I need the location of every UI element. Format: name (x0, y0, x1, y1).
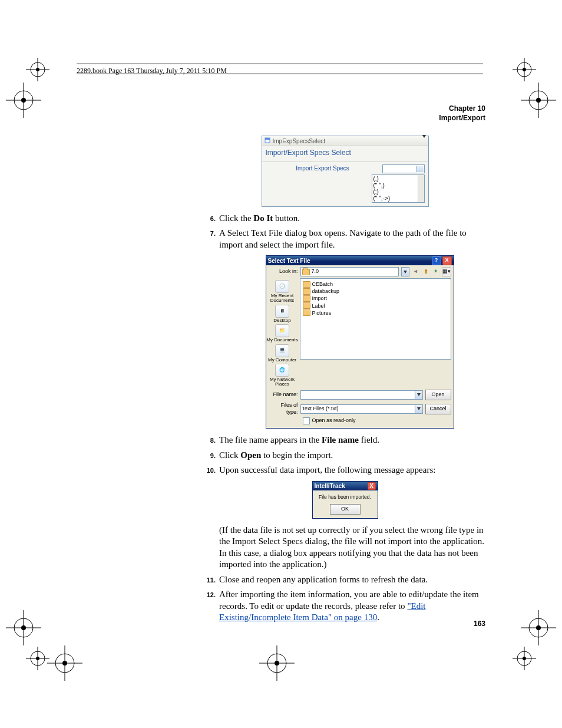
lookin-value: 7.0 (312, 268, 319, 275)
dropdown-icon[interactable] (415, 391, 422, 399)
list-item[interactable]: (;) (373, 189, 423, 195)
crop-mark (6, 610, 41, 645)
svg-point-23 (523, 657, 526, 660)
list-item[interactable]: CEBatch (303, 281, 448, 288)
crop-mark (26, 58, 49, 81)
crop-mark (6, 83, 41, 118)
list-item[interactable]: (" ",->) (373, 195, 423, 202)
files-of-type-select[interactable]: Text Files (*.txt) (300, 404, 423, 414)
step-text: Close and reopen any application forms t… (219, 574, 491, 586)
cancel-button[interactable]: Cancel (425, 404, 451, 414)
specs-label: Import Export Specs (266, 164, 380, 172)
readonly-label: Open as read-only (312, 417, 356, 424)
svg-point-7 (523, 68, 526, 71)
ok-button[interactable]: OK (330, 504, 361, 515)
step-number: 11. (199, 574, 216, 586)
page-content: ImpExpSpecsSelect Import/Export Specs Se… (199, 131, 491, 627)
dialog-titlebar: ImpExpSpecsSelect (262, 136, 428, 146)
success-message: File has been imported. (313, 490, 378, 503)
dialog-titlebar: IntelliTrack X (313, 482, 378, 490)
page-header-text: 2289.book Page 163 Thursday, July 7, 201… (77, 67, 227, 75)
folder-icon (303, 288, 310, 295)
place-network[interactable]: 🌐My Network Places (266, 364, 299, 387)
step-number: 6. (199, 213, 216, 225)
place-computer[interactable]: 💻My Computer (268, 344, 296, 363)
open-button[interactable]: Open (425, 390, 451, 400)
step-number: 10. (199, 465, 216, 476)
import-export-specs-dialog: ImpExpSpecsSelect Import/Export Specs Se… (262, 136, 429, 207)
list-item[interactable]: (,) (373, 176, 423, 182)
step-number: 12. (199, 589, 216, 624)
step-number: 8. (199, 434, 216, 446)
crop-mark (259, 645, 295, 681)
place-desktop[interactable]: 🖥Desktop (273, 305, 290, 323)
dropdown-icon[interactable] (415, 405, 422, 413)
chapter-header: Chapter 10 Import/Export (439, 104, 485, 123)
step-text: Upon successful data import, the followi… (219, 465, 491, 476)
list-item[interactable]: Import (303, 295, 448, 302)
step-text: The file name appears in the File name f… (219, 434, 491, 446)
dialog-title: ImpExpSpecsSelect (273, 137, 326, 145)
close-button[interactable]: X (442, 256, 452, 265)
svg-point-35 (536, 625, 541, 630)
chapter-number: Chapter 10 (439, 104, 485, 114)
folder-icon (303, 295, 310, 302)
dropdown-icon[interactable] (422, 137, 426, 145)
help-button[interactable]: ? (432, 256, 441, 265)
specs-dropdown[interactable] (382, 164, 425, 173)
lookin-field[interactable]: 7.0 (300, 267, 399, 276)
crop-mark (521, 83, 556, 118)
chapter-title: Import/Export (439, 114, 485, 123)
svg-point-39 (275, 661, 279, 666)
scrollbar[interactable] (418, 175, 424, 202)
step-text: Click the Do It button. (219, 213, 491, 225)
place-documents[interactable]: 📁My Documents (266, 324, 297, 342)
places-bar: 🕘My Recent Documents 🖥Desktop 📁My Docume… (266, 278, 299, 387)
lookin-label: Look in: (269, 268, 298, 275)
step-text: Click Open to begin the import. (219, 450, 491, 462)
place-recent[interactable]: 🕘My Recent Documents (266, 280, 299, 304)
list-item[interactable]: Label (303, 302, 448, 309)
file-name-input[interactable] (300, 390, 423, 400)
crop-mark (521, 610, 556, 645)
dialog-subheader: Import/Export Specs Select (262, 146, 428, 162)
files-of-type-label: Files of type: (269, 402, 298, 416)
step-text: After importing the item information, yo… (219, 589, 491, 624)
up-one-level-icon[interactable]: ⬆ (422, 268, 430, 276)
step-number: 7. (199, 228, 216, 251)
back-icon[interactable]: ◄ (412, 268, 420, 276)
readonly-checkbox[interactable] (303, 417, 310, 424)
list-item[interactable]: (" ",) (373, 182, 423, 189)
folder-open-icon (302, 269, 310, 275)
svg-point-27 (62, 661, 67, 666)
crop-mark (26, 647, 49, 670)
dialog-title: IntelliTrack (315, 482, 345, 490)
select-text-file-dialog: Select Text File ? X Look in: 7.0 ◄ ⬆ ✦ … (266, 255, 454, 429)
crop-mark (513, 58, 536, 81)
folder-icon (303, 281, 310, 288)
specs-listbox[interactable]: (,) (" ",) (;) (" ",->) (372, 174, 425, 203)
views-icon[interactable]: ▦▾ (442, 267, 451, 276)
folder-icon (303, 302, 310, 309)
svg-point-19 (36, 657, 39, 660)
file-list[interactable]: CEBatch databackup Import Label Pictures (300, 278, 451, 360)
svg-point-31 (21, 625, 26, 630)
create-folder-icon[interactable]: ✦ (432, 268, 440, 276)
page-header: 2289.book Page 163 Thursday, July 7, 201… (77, 67, 227, 75)
file-name-label: File name: (269, 391, 298, 398)
crop-mark (513, 647, 536, 670)
lookin-dropdown-button[interactable] (401, 267, 409, 276)
svg-point-11 (21, 98, 26, 103)
page-number: 163 (474, 620, 485, 628)
close-button[interactable]: X (368, 482, 376, 490)
list-item[interactable]: Pictures (303, 309, 448, 317)
step-number: 9. (199, 450, 216, 462)
svg-point-15 (536, 98, 541, 103)
window-icon (265, 137, 270, 145)
folder-icon (303, 309, 310, 316)
svg-point-3 (36, 68, 39, 71)
note-text: (If the data file is not set up correctl… (219, 525, 491, 571)
dialog-titlebar: Select Text File ? X (266, 256, 454, 265)
list-item[interactable]: databackup (303, 288, 448, 295)
step-text: A Select Text File dialog box opens. Nav… (219, 228, 491, 251)
